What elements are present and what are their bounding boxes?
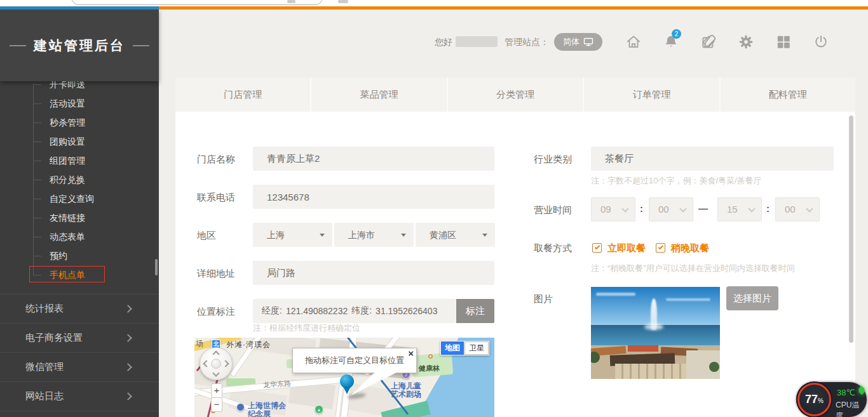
industry-input[interactable] bbox=[591, 147, 834, 171]
photo-cloud bbox=[666, 298, 710, 301]
image-label: 图片 bbox=[534, 293, 553, 305]
open-hour-select[interactable]: 09 bbox=[591, 197, 635, 222]
pickup-now-checkbox[interactable] bbox=[592, 243, 602, 253]
tab-store-management[interactable]: 门店管理 bbox=[175, 77, 311, 112]
module-tabbar: 门店管理 菜品管理 分类管理 订单管理 配料管理 bbox=[175, 77, 855, 112]
map-label-expo2: 纪念展 bbox=[248, 409, 271, 417]
phone-input[interactable] bbox=[253, 185, 494, 209]
tab-order-management[interactable]: 订单管理 bbox=[584, 77, 720, 112]
province-select[interactable]: 上海 bbox=[253, 223, 332, 247]
chevron-down-icon bbox=[679, 205, 686, 212]
mark-location-button[interactable]: 标注 bbox=[456, 299, 494, 323]
loading-bar-orange bbox=[159, 6, 868, 10]
settings-gear-icon[interactable] bbox=[738, 34, 754, 50]
location-coordinates-field[interactable]: 经度: 121.490882232 纬度: 31.1952626403 bbox=[253, 299, 456, 323]
cpu-temperature-widget[interactable]: 77% 38℃ CPU温度 bbox=[796, 382, 867, 417]
map-type-map-button[interactable]: 地图 bbox=[441, 341, 464, 355]
choose-image-button[interactable]: 选择图片 bbox=[726, 286, 778, 310]
sidebar-scrollbar-thumb[interactable] bbox=[155, 259, 158, 275]
cpu-temp-label: CPU温度 bbox=[836, 400, 867, 417]
city-select[interactable]: 上海市 bbox=[334, 223, 414, 247]
tab-ingredient-management[interactable]: 配料管理 bbox=[721, 77, 855, 112]
pan-down-icon[interactable] bbox=[212, 369, 219, 376]
sidebar-section-site-logs[interactable]: 网站日志 bbox=[0, 381, 159, 411]
sidebar-section-ecommerce[interactable]: 电子商务设置 bbox=[0, 323, 159, 352]
greeting-text: 您好 bbox=[435, 37, 452, 48]
tooltip-close-icon[interactable]: × bbox=[408, 348, 414, 358]
sidebar-item-custom-query[interactable]: 自定义查询 bbox=[0, 189, 159, 208]
sidebar-item-activity-settings[interactable]: 活动设置 bbox=[0, 94, 159, 113]
map-tooltip: 拖动标注可自定义目标位置 × bbox=[292, 348, 417, 373]
tab-category-management[interactable]: 分类管理 bbox=[448, 77, 584, 112]
chevron-right-icon bbox=[124, 305, 132, 313]
language-pill-button[interactable]: 简体 bbox=[554, 33, 602, 51]
address-bar-fragment[interactable] bbox=[71, 0, 323, 5]
close-hour-select[interactable]: 15 bbox=[717, 197, 762, 222]
longitude-value: 121.490882232 bbox=[286, 306, 348, 316]
pickup-later-checkbox[interactable] bbox=[656, 243, 665, 253]
content-scrollbar-thumb[interactable] bbox=[849, 116, 853, 343]
location-note: 注：根据经纬度进行精确定位 bbox=[253, 322, 360, 334]
sidebar: 建站管理后台 开卡即送 活动设置 秒杀管理 团购设置 组团管理 积分兑换 自定义… bbox=[0, 10, 159, 417]
map-marker-pin[interactable] bbox=[340, 374, 354, 395]
sidebar-item-points-exchange[interactable]: 积分兑换 bbox=[0, 170, 159, 189]
phone-label: 联系电话 bbox=[197, 192, 235, 204]
store-photo-thumbnail bbox=[591, 287, 720, 379]
pan-left-icon[interactable] bbox=[203, 360, 210, 367]
tree-tick bbox=[33, 142, 41, 142]
redacted-username bbox=[456, 36, 498, 47]
cpu-usage-gauge: 77% bbox=[797, 383, 831, 416]
tab-dish-management[interactable]: 菜品管理 bbox=[311, 77, 447, 112]
browser-icon-fragment bbox=[338, 0, 348, 3]
dropdown-arrow-icon bbox=[482, 234, 487, 237]
map-pan-control[interactable] bbox=[200, 347, 233, 380]
photo-poi-icon: ▲ bbox=[315, 405, 323, 414]
open-minute-select[interactable]: 00 bbox=[649, 197, 693, 222]
home-icon[interactable] bbox=[625, 34, 642, 50]
title-dash-left bbox=[10, 45, 26, 46]
museum-poi-icon bbox=[236, 403, 245, 411]
edit-icon[interactable] bbox=[700, 34, 717, 50]
pickup-now-label[interactable]: 立即取餐 bbox=[607, 242, 646, 255]
sidebar-item-dynamic-forms[interactable]: 动态表单 bbox=[0, 227, 159, 246]
sidebar-item-group-buy[interactable]: 团购设置 bbox=[0, 132, 159, 151]
sidebar-item-friend-links[interactable]: 友情链接 bbox=[0, 208, 159, 227]
pickup-later-label[interactable]: 稍晚取餐 bbox=[671, 242, 709, 255]
location-label: 位置标注 bbox=[197, 306, 235, 318]
sidebar-sections: 统计报表 电子商务设置 微信管理 网站日志 bbox=[0, 294, 159, 411]
map-canvas[interactable]: 场 北 外滩·湾璞会 龙华东路 上海世博会 纪念展 健康林 上海儿童 艺术剧场 … bbox=[194, 338, 494, 417]
pan-right-icon[interactable] bbox=[222, 360, 229, 367]
cpu-percent-sign: % bbox=[818, 397, 824, 404]
address-input[interactable] bbox=[253, 261, 494, 285]
notification-badge: 2 bbox=[672, 29, 681, 39]
sidebar-item-group-manage[interactable]: 组团管理 bbox=[0, 151, 159, 170]
close-minute-select[interactable]: 00 bbox=[775, 197, 820, 222]
photo-cloud bbox=[596, 293, 635, 296]
store-name-input[interactable] bbox=[253, 147, 494, 171]
map-type-toggle: 地图 卫星 bbox=[440, 341, 489, 355]
photo-fountain-splash bbox=[644, 324, 663, 330]
apps-grid-icon[interactable] bbox=[775, 34, 792, 50]
district-select[interactable]: 黄浦区 bbox=[416, 223, 495, 247]
sidebar-item-flash-sale[interactable]: 秒杀管理 bbox=[0, 113, 159, 132]
store-name-label: 门店名称 bbox=[197, 154, 235, 166]
sidebar-section-wechat[interactable]: 微信管理 bbox=[0, 352, 159, 381]
map-label-partial: 场 bbox=[196, 338, 203, 349]
browser-chrome-sliver bbox=[0, 0, 868, 6]
hours-label: 营业时间 bbox=[534, 204, 572, 216]
sidebar-section-statistics[interactable]: 统计报表 bbox=[0, 294, 159, 323]
dropdown-arrow-icon bbox=[320, 234, 325, 237]
pin-tip bbox=[343, 387, 351, 394]
zoom-in-button[interactable]: + bbox=[211, 383, 222, 398]
power-icon[interactable] bbox=[813, 34, 829, 50]
sidebar-item-reservation[interactable]: 预约 bbox=[0, 246, 159, 265]
pan-center-knob[interactable] bbox=[211, 359, 221, 369]
zoom-out-button[interactable]: − bbox=[211, 397, 222, 412]
map-type-satellite-button[interactable]: 卫星 bbox=[465, 341, 489, 355]
chevron-right-icon bbox=[124, 334, 132, 342]
map-label-bund: 外滩·湾璞会 bbox=[226, 340, 271, 350]
manage-site-label: 管理站点： bbox=[505, 37, 549, 48]
tree-tick bbox=[33, 256, 41, 256]
tree-tick bbox=[33, 84, 41, 85]
pan-up-icon[interactable] bbox=[212, 350, 219, 357]
